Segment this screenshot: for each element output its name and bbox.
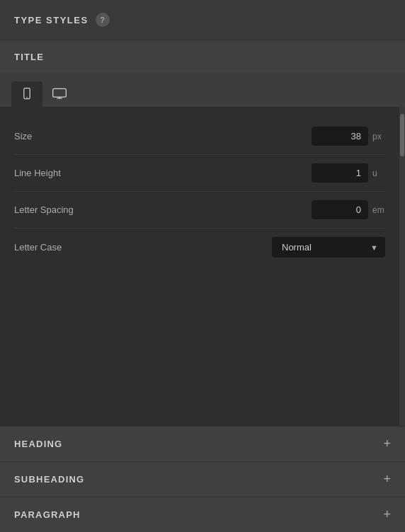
- letter-spacing-input[interactable]: [312, 200, 368, 219]
- line-height-input-group: u: [312, 163, 385, 183]
- letter-spacing-row: Letter Spacing em: [14, 192, 385, 229]
- subheading-add-icon[interactable]: +: [383, 472, 391, 487]
- panel-title: TYPE STYLES: [14, 15, 89, 25]
- panel-header: TYPE STYLES ?: [0, 0, 405, 40]
- size-label: Size: [14, 131, 32, 141]
- desktop-icon: [52, 87, 67, 101]
- line-height-row: Line Height u: [14, 155, 385, 192]
- letter-case-row: Letter Case Normal Uppercase Lowercase C…: [14, 229, 385, 266]
- heading-label: HEADING: [14, 439, 62, 449]
- bottom-sections: HEADING + SUBHEADING + PARAGRAPH +: [0, 426, 405, 532]
- title-section-label: TITLE: [14, 52, 44, 62]
- heading-section-row[interactable]: HEADING +: [0, 426, 405, 461]
- type-styles-panel: TYPE STYLES ? TITLE: [0, 0, 405, 532]
- letter-spacing-unit: em: [372, 205, 385, 215]
- size-input-group: px: [312, 127, 385, 146]
- subheading-label: SUBHEADING: [14, 474, 84, 485]
- line-height-input[interactable]: [312, 163, 368, 183]
- tab-desktop[interactable]: [44, 81, 75, 107]
- paragraph-section-row[interactable]: PARAGRAPH +: [0, 497, 405, 532]
- line-height-unit: u: [372, 168, 385, 178]
- heading-add-icon[interactable]: +: [383, 436, 391, 451]
- scrollbar[interactable]: [399, 107, 405, 426]
- size-input[interactable]: [312, 127, 368, 146]
- letter-case-select[interactable]: Normal Uppercase Lowercase Capitalize: [272, 237, 385, 258]
- letter-case-select-wrapper: Normal Uppercase Lowercase Capitalize ▼: [272, 237, 385, 258]
- letter-spacing-input-group: em: [312, 200, 385, 219]
- line-height-label: Line Height: [14, 168, 61, 178]
- svg-point-1: [26, 97, 28, 98]
- paragraph-add-icon[interactable]: +: [383, 507, 391, 522]
- help-icon[interactable]: ?: [96, 13, 110, 27]
- title-section-header[interactable]: TITLE: [0, 40, 405, 73]
- subheading-section-row[interactable]: SUBHEADING +: [0, 461, 405, 497]
- svg-rect-2: [53, 88, 67, 97]
- size-row: Size px: [14, 118, 385, 155]
- form-area: Size px Line Height u Letter S: [0, 107, 399, 426]
- tab-mobile[interactable]: [11, 81, 42, 107]
- paragraph-label: PARAGRAPH: [14, 509, 81, 520]
- letter-case-label: Letter Case: [14, 242, 62, 253]
- scrollbar-thumb[interactable]: [400, 114, 404, 156]
- form-content-area: Size px Line Height u Letter S: [0, 107, 405, 426]
- letter-spacing-label: Letter Spacing: [14, 204, 74, 215]
- device-tabs: [0, 73, 405, 107]
- size-unit: px: [372, 132, 385, 141]
- mobile-icon: [20, 87, 34, 101]
